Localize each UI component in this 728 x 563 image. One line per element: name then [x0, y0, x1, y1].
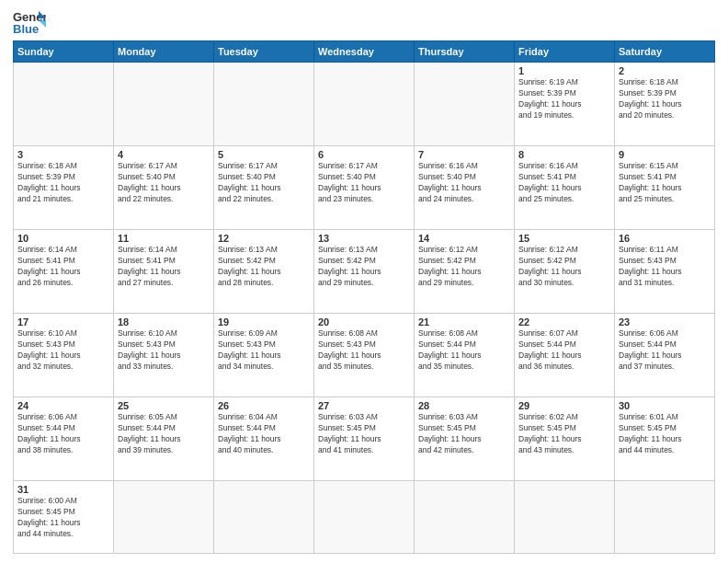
- calendar-cell: 24Sunrise: 6:06 AM Sunset: 5:44 PM Dayli…: [14, 397, 114, 481]
- calendar-cell: [14, 63, 114, 146]
- calendar-cell: [214, 481, 314, 554]
- day-info: Sunrise: 6:12 AM Sunset: 5:42 PM Dayligh…: [518, 245, 610, 289]
- day-info: Sunrise: 6:03 AM Sunset: 5:45 PM Dayligh…: [318, 412, 410, 456]
- calendar-cell: [214, 63, 314, 146]
- day-info: Sunrise: 6:06 AM Sunset: 5:44 PM Dayligh…: [17, 412, 109, 456]
- calendar-cell: 21Sunrise: 6:08 AM Sunset: 5:44 PM Dayli…: [415, 314, 515, 397]
- calendar-cell: 2Sunrise: 6:18 AM Sunset: 5:39 PM Daylig…: [615, 63, 715, 146]
- day-number: 11: [118, 233, 210, 244]
- calendar-cell: 11Sunrise: 6:14 AM Sunset: 5:41 PM Dayli…: [114, 230, 214, 314]
- day-info: Sunrise: 6:02 AM Sunset: 5:45 PM Dayligh…: [518, 412, 610, 456]
- calendar-cell: 29Sunrise: 6:02 AM Sunset: 5:45 PM Dayli…: [515, 397, 615, 481]
- day-info: Sunrise: 6:14 AM Sunset: 5:41 PM Dayligh…: [17, 245, 109, 289]
- day-number: 8: [518, 149, 610, 160]
- week-row-3: 10Sunrise: 6:14 AM Sunset: 5:41 PM Dayli…: [14, 230, 715, 314]
- calendar-cell: 16Sunrise: 6:11 AM Sunset: 5:43 PM Dayli…: [615, 230, 715, 314]
- calendar-cell: 13Sunrise: 6:13 AM Sunset: 5:42 PM Dayli…: [314, 230, 415, 314]
- day-number: 21: [418, 316, 510, 327]
- day-info: Sunrise: 6:10 AM Sunset: 5:43 PM Dayligh…: [118, 328, 210, 373]
- day-number: 14: [418, 233, 510, 244]
- logo: General Blue: [13, 9, 50, 35]
- weekday-header-friday: Friday: [515, 41, 615, 63]
- calendar-cell: [114, 63, 214, 146]
- calendar-cell: 18Sunrise: 6:10 AM Sunset: 5:43 PM Dayli…: [114, 314, 214, 397]
- day-number: 23: [619, 316, 711, 327]
- day-number: 9: [619, 149, 711, 160]
- day-number: 24: [17, 400, 109, 411]
- day-number: 7: [418, 149, 510, 160]
- day-info: Sunrise: 6:12 AM Sunset: 5:42 PM Dayligh…: [418, 245, 510, 289]
- weekday-header-saturday: Saturday: [615, 41, 715, 63]
- calendar-cell: 27Sunrise: 6:03 AM Sunset: 5:45 PM Dayli…: [314, 397, 415, 481]
- day-number: 17: [17, 316, 109, 327]
- calendar-cell: 26Sunrise: 6:04 AM Sunset: 5:44 PM Dayli…: [214, 397, 314, 481]
- calendar-cell: [114, 481, 214, 554]
- day-number: 10: [17, 233, 109, 244]
- calendar-cell: 30Sunrise: 6:01 AM Sunset: 5:45 PM Dayli…: [615, 397, 715, 481]
- calendar-cell: 8Sunrise: 6:16 AM Sunset: 5:41 PM Daylig…: [515, 146, 615, 230]
- week-row-2: 3Sunrise: 6:18 AM Sunset: 5:39 PM Daylig…: [14, 146, 715, 230]
- day-number: 18: [118, 316, 210, 327]
- day-info: Sunrise: 6:18 AM Sunset: 5:39 PM Dayligh…: [17, 161, 109, 205]
- calendar-cell: 19Sunrise: 6:09 AM Sunset: 5:43 PM Dayli…: [214, 314, 314, 397]
- day-info: Sunrise: 6:00 AM Sunset: 5:45 PM Dayligh…: [17, 496, 109, 540]
- calendar-cell: 17Sunrise: 6:10 AM Sunset: 5:43 PM Dayli…: [14, 314, 114, 397]
- day-info: Sunrise: 6:18 AM Sunset: 5:39 PM Dayligh…: [619, 77, 711, 121]
- day-info: Sunrise: 6:17 AM Sunset: 5:40 PM Dayligh…: [318, 161, 410, 205]
- week-row-5: 24Sunrise: 6:06 AM Sunset: 5:44 PM Dayli…: [14, 397, 715, 481]
- weekday-header-wednesday: Wednesday: [314, 41, 415, 63]
- day-info: Sunrise: 6:14 AM Sunset: 5:41 PM Dayligh…: [118, 245, 210, 289]
- calendar-cell: [615, 481, 715, 554]
- day-info: Sunrise: 6:05 AM Sunset: 5:44 PM Dayligh…: [118, 412, 210, 456]
- calendar-cell: 3Sunrise: 6:18 AM Sunset: 5:39 PM Daylig…: [14, 146, 114, 230]
- calendar-cell: [314, 481, 415, 554]
- week-row-1: 1Sunrise: 6:19 AM Sunset: 5:39 PM Daylig…: [14, 63, 715, 146]
- day-info: Sunrise: 6:01 AM Sunset: 5:45 PM Dayligh…: [619, 412, 711, 456]
- calendar-page: General Blue SundayMondayTuesdayWednesda…: [0, 0, 728, 563]
- day-info: Sunrise: 6:16 AM Sunset: 5:40 PM Dayligh…: [418, 161, 510, 205]
- day-number: 27: [318, 400, 410, 411]
- day-number: 19: [218, 316, 310, 327]
- calendar-cell: 15Sunrise: 6:12 AM Sunset: 5:42 PM Dayli…: [515, 230, 615, 314]
- calendar-cell: 28Sunrise: 6:03 AM Sunset: 5:45 PM Dayli…: [415, 397, 515, 481]
- svg-text:Blue: Blue: [13, 22, 39, 35]
- day-number: 25: [118, 400, 210, 411]
- day-info: Sunrise: 6:10 AM Sunset: 5:43 PM Dayligh…: [17, 328, 109, 373]
- calendar-table: SundayMondayTuesdayWednesdayThursdayFrid…: [13, 40, 715, 554]
- week-row-6: 31Sunrise: 6:00 AM Sunset: 5:45 PM Dayli…: [14, 481, 715, 554]
- calendar-cell: [415, 481, 515, 554]
- day-number: 3: [17, 149, 109, 160]
- day-info: Sunrise: 6:13 AM Sunset: 5:42 PM Dayligh…: [218, 245, 310, 289]
- day-number: 16: [619, 233, 711, 244]
- calendar-cell: 9Sunrise: 6:15 AM Sunset: 5:41 PM Daylig…: [615, 146, 715, 230]
- day-info: Sunrise: 6:08 AM Sunset: 5:43 PM Dayligh…: [318, 328, 410, 373]
- day-number: 2: [619, 65, 711, 76]
- calendar-cell: [314, 63, 415, 146]
- day-number: 29: [518, 400, 610, 411]
- day-info: Sunrise: 6:17 AM Sunset: 5:40 PM Dayligh…: [118, 161, 210, 205]
- calendar-cell: 7Sunrise: 6:16 AM Sunset: 5:40 PM Daylig…: [415, 146, 515, 230]
- day-info: Sunrise: 6:15 AM Sunset: 5:41 PM Dayligh…: [619, 161, 711, 205]
- weekday-header-sunday: Sunday: [14, 41, 114, 63]
- calendar-cell: 10Sunrise: 6:14 AM Sunset: 5:41 PM Dayli…: [14, 230, 114, 314]
- day-info: Sunrise: 6:06 AM Sunset: 5:44 PM Dayligh…: [619, 328, 711, 373]
- day-info: Sunrise: 6:09 AM Sunset: 5:43 PM Dayligh…: [218, 328, 310, 373]
- calendar-cell: 20Sunrise: 6:08 AM Sunset: 5:43 PM Dayli…: [314, 314, 415, 397]
- calendar-cell: [515, 481, 615, 554]
- day-number: 31: [17, 484, 109, 495]
- calendar-cell: 14Sunrise: 6:12 AM Sunset: 5:42 PM Dayli…: [415, 230, 515, 314]
- calendar-cell: 5Sunrise: 6:17 AM Sunset: 5:40 PM Daylig…: [214, 146, 314, 230]
- header: General Blue: [13, 9, 715, 35]
- svg-marker-3: [39, 20, 46, 28]
- day-number: 30: [619, 400, 711, 411]
- calendar-cell: 23Sunrise: 6:06 AM Sunset: 5:44 PM Dayli…: [615, 314, 715, 397]
- weekday-header-monday: Monday: [114, 41, 214, 63]
- day-info: Sunrise: 6:19 AM Sunset: 5:39 PM Dayligh…: [518, 77, 610, 121]
- weekday-header-row: SundayMondayTuesdayWednesdayThursdayFrid…: [14, 41, 715, 63]
- day-number: 22: [518, 316, 610, 327]
- calendar-cell: 25Sunrise: 6:05 AM Sunset: 5:44 PM Dayli…: [114, 397, 214, 481]
- calendar-cell: 1Sunrise: 6:19 AM Sunset: 5:39 PM Daylig…: [515, 63, 615, 146]
- weekday-header-tuesday: Tuesday: [214, 41, 314, 63]
- day-info: Sunrise: 6:17 AM Sunset: 5:40 PM Dayligh…: [218, 161, 310, 205]
- day-info: Sunrise: 6:07 AM Sunset: 5:44 PM Dayligh…: [518, 328, 610, 373]
